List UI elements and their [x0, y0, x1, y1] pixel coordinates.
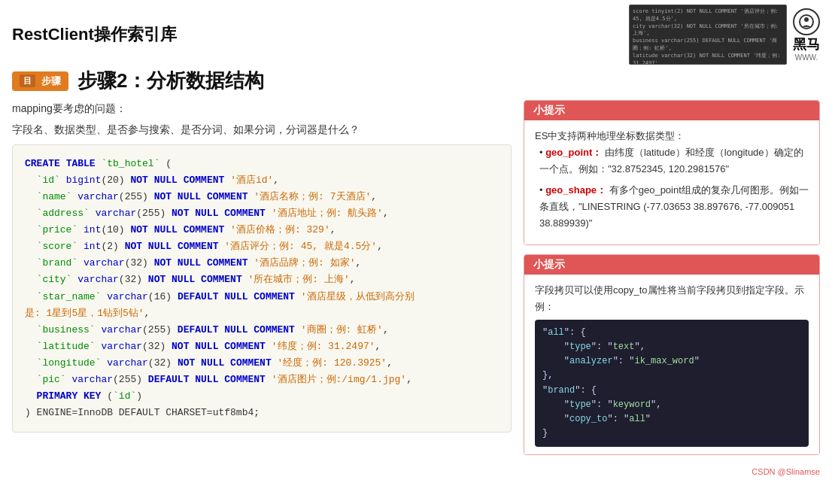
- code-preview-image: score tinyint(2) NOT NULL COMMENT '酒店评分；…: [629, 5, 787, 65]
- intro-line1: mapping要考虑的问题：: [12, 100, 512, 117]
- tip1-intro: ES中支持两种地理坐标数据类型：: [535, 128, 809, 144]
- step-title: 步骤2：分析数据结构: [77, 68, 264, 94]
- svg-point-1: [804, 17, 809, 22]
- step-label: 步骤: [41, 74, 61, 88]
- tip-box-1: 小提示 ES中支持两种地理坐标数据类型： geo_point： 由纬度（lati…: [524, 100, 820, 245]
- intro-line2: 字段名、数据类型、是否参与搜索、是否分词、如果分词，分词器是什么？: [12, 121, 512, 138]
- logo-text: 黑马: [793, 35, 820, 53]
- sql-code-block: CREATE TABLE `tb_hotel` ( `id` bigint(20…: [12, 144, 512, 433]
- tip2-intro: 字段拷贝可以使用copy_to属性将当前字段拷贝到指定字段。示例：: [535, 282, 809, 315]
- tip1-content: ES中支持两种地理坐标数据类型： geo_point： 由纬度（latitude…: [524, 120, 819, 244]
- tip2-content: 字段拷贝可以使用copy_to属性将当前字段拷贝到指定字段。示例： "all":…: [524, 275, 819, 455]
- main-layout: mapping要考虑的问题： 字段名、数据类型、是否参与搜索、是否分词、如果分词…: [0, 100, 832, 476]
- step-icon: 目: [20, 74, 35, 87]
- step-banner: 目 步骤 步骤2：分析数据结构: [12, 68, 820, 94]
- tip1-item-1: geo_point： 由纬度（latitude）和经度（longitude）确定…: [539, 144, 809, 178]
- tip1-item2-title: geo_shape：: [545, 184, 606, 196]
- left-panel: mapping要考虑的问题： 字段名、数据类型、是否参与搜索、是否分词、如果分词…: [12, 100, 524, 476]
- logo-sub: WWW.: [795, 53, 818, 62]
- tip1-item-2: geo_shape： 有多个geo_point组成的复杂几何图形。例如一条直线，…: [539, 182, 809, 232]
- tip1-header: 小提示: [524, 101, 819, 120]
- tip-box-2: 小提示 字段拷贝可以使用copy_to属性将当前字段拷贝到指定字段。示例： "a…: [524, 254, 820, 456]
- tip1-list: geo_point： 由纬度（latitude）和经度（longitude）确定…: [535, 144, 809, 232]
- tip1-item1-title: geo_point：: [545, 147, 602, 158]
- right-panel: 小提示 ES中支持两种地理坐标数据类型： geo_point： 由纬度（lati…: [524, 100, 820, 476]
- tip2-header: 小提示: [524, 255, 819, 275]
- page-title: RestClient操作索引库: [12, 23, 177, 46]
- header-area: RestClient操作索引库 score tinyint(2) NOT NUL…: [0, 0, 832, 65]
- logo-icon: [793, 8, 820, 35]
- csdn-badge: CSDN @Slinamse: [524, 467, 820, 476]
- tip2-code: "all": { "type": "text", "analyzer": "ik…: [535, 320, 809, 448]
